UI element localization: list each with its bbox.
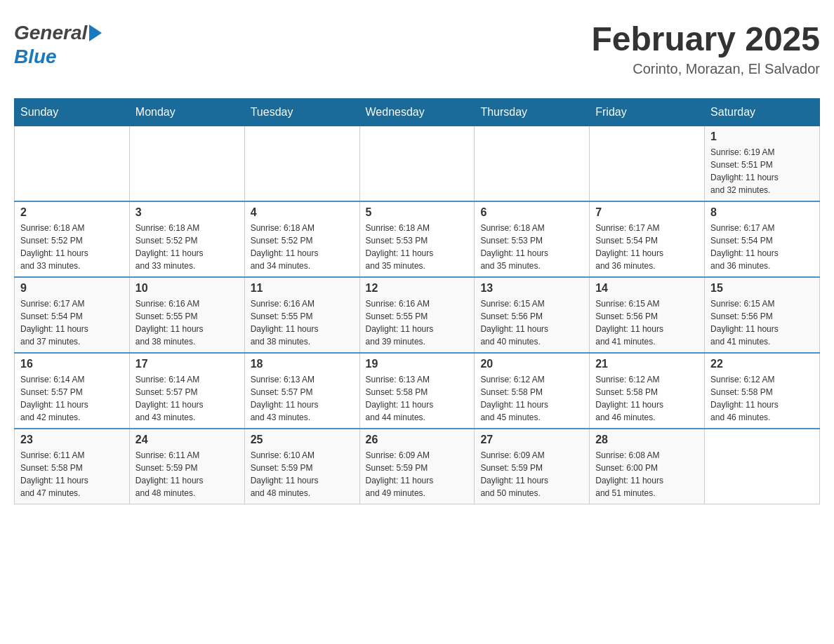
calendar-cell: 18Sunrise: 6:13 AMSunset: 5:57 PMDayligh… (244, 353, 359, 429)
calendar-cell: 20Sunrise: 6:12 AMSunset: 5:58 PMDayligh… (475, 353, 590, 429)
logo: General Blue (14, 21, 102, 68)
calendar-cell: 15Sunrise: 6:15 AMSunset: 5:56 PMDayligh… (705, 277, 820, 353)
calendar-week-row: 1Sunrise: 6:19 AMSunset: 5:51 PMDaylight… (15, 126, 820, 201)
header-thursday: Thursday (475, 98, 590, 126)
calendar-cell: 8Sunrise: 6:17 AMSunset: 5:54 PMDaylight… (705, 201, 820, 277)
day-info: Sunrise: 6:15 AMSunset: 5:56 PMDaylight:… (710, 297, 814, 348)
day-info: Sunrise: 6:11 AMSunset: 5:58 PMDaylight:… (20, 449, 124, 499)
day-info: Sunrise: 6:17 AMSunset: 5:54 PMDaylight:… (710, 222, 814, 272)
day-number: 3 (135, 206, 239, 219)
logo-triangle-icon (89, 25, 102, 41)
day-number: 9 (20, 282, 124, 295)
calendar-cell: 3Sunrise: 6:18 AMSunset: 5:52 PMDaylight… (129, 201, 244, 277)
day-number: 4 (251, 206, 354, 219)
day-number: 5 (366, 206, 469, 219)
calendar-cell (590, 126, 705, 201)
day-number: 7 (595, 206, 699, 219)
calendar-cell: 1Sunrise: 6:19 AMSunset: 5:51 PMDaylight… (705, 126, 820, 201)
calendar-table: SundayMondayTuesdayWednesdayThursdayFrid… (14, 98, 820, 504)
calendar-cell: 23Sunrise: 6:11 AMSunset: 5:58 PMDayligh… (15, 429, 130, 504)
header-friday: Friday (590, 98, 705, 126)
day-info: Sunrise: 6:09 AMSunset: 5:59 PMDaylight:… (480, 449, 583, 499)
day-info: Sunrise: 6:18 AMSunset: 5:52 PMDaylight:… (20, 222, 124, 272)
day-info: Sunrise: 6:18 AMSunset: 5:52 PMDaylight:… (135, 222, 239, 272)
calendar-cell (475, 126, 590, 201)
day-info: Sunrise: 6:18 AMSunset: 5:53 PMDaylight:… (480, 222, 583, 272)
calendar-cell: 10Sunrise: 6:16 AMSunset: 5:55 PMDayligh… (129, 277, 244, 353)
day-info: Sunrise: 6:13 AMSunset: 5:58 PMDaylight:… (366, 373, 469, 424)
logo-general: General (14, 21, 87, 45)
day-info: Sunrise: 6:16 AMSunset: 5:55 PMDaylight:… (366, 297, 469, 348)
calendar-cell: 16Sunrise: 6:14 AMSunset: 5:57 PMDayligh… (15, 353, 130, 429)
calendar-cell: 9Sunrise: 6:17 AMSunset: 5:54 PMDaylight… (15, 277, 130, 353)
calendar-cell (705, 429, 820, 504)
header-monday: Monday (129, 98, 244, 126)
calendar-cell: 26Sunrise: 6:09 AMSunset: 5:59 PMDayligh… (359, 429, 475, 504)
day-info: Sunrise: 6:16 AMSunset: 5:55 PMDaylight:… (251, 297, 354, 348)
calendar-cell: 22Sunrise: 6:12 AMSunset: 5:58 PMDayligh… (705, 353, 820, 429)
calendar-cell: 11Sunrise: 6:16 AMSunset: 5:55 PMDayligh… (244, 277, 359, 353)
page-header: General Blue February 2025 Corinto, Mora… (14, 14, 820, 84)
calendar-cell: 4Sunrise: 6:18 AMSunset: 5:52 PMDaylight… (244, 201, 359, 277)
day-info: Sunrise: 6:11 AMSunset: 5:59 PMDaylight:… (135, 449, 239, 499)
calendar-cell (15, 126, 130, 201)
day-number: 24 (135, 434, 239, 446)
day-number: 12 (366, 282, 469, 295)
calendar-cell: 7Sunrise: 6:17 AMSunset: 5:54 PMDaylight… (590, 201, 705, 277)
title-area: February 2025 Corinto, Morazan, El Salva… (591, 21, 820, 77)
calendar-week-row: 9Sunrise: 6:17 AMSunset: 5:54 PMDaylight… (15, 277, 820, 353)
calendar-cell (244, 126, 359, 201)
day-number: 10 (135, 282, 239, 295)
header-wednesday: Wednesday (359, 98, 475, 126)
calendar-cell: 5Sunrise: 6:18 AMSunset: 5:53 PMDaylight… (359, 201, 475, 277)
day-info: Sunrise: 6:12 AMSunset: 5:58 PMDaylight:… (480, 373, 583, 424)
calendar-cell: 19Sunrise: 6:13 AMSunset: 5:58 PMDayligh… (359, 353, 475, 429)
day-info: Sunrise: 6:18 AMSunset: 5:53 PMDaylight:… (366, 222, 469, 272)
day-info: Sunrise: 6:15 AMSunset: 5:56 PMDaylight:… (480, 297, 583, 348)
day-number: 14 (595, 282, 699, 295)
calendar-header-row: SundayMondayTuesdayWednesdayThursdayFrid… (15, 98, 820, 126)
day-number: 13 (480, 282, 583, 295)
day-number: 18 (251, 358, 354, 370)
calendar-cell: 24Sunrise: 6:11 AMSunset: 5:59 PMDayligh… (129, 429, 244, 504)
day-info: Sunrise: 6:14 AMSunset: 5:57 PMDaylight:… (20, 373, 124, 424)
calendar-cell: 21Sunrise: 6:12 AMSunset: 5:58 PMDayligh… (590, 353, 705, 429)
day-number: 27 (480, 434, 583, 446)
day-info: Sunrise: 6:15 AMSunset: 5:56 PMDaylight:… (595, 297, 699, 348)
logo-blue: Blue (14, 45, 57, 69)
calendar-cell: 28Sunrise: 6:08 AMSunset: 6:00 PMDayligh… (590, 429, 705, 504)
calendar-title: February 2025 (591, 21, 820, 58)
calendar-cell: 6Sunrise: 6:18 AMSunset: 5:53 PMDaylight… (475, 201, 590, 277)
day-info: Sunrise: 6:16 AMSunset: 5:55 PMDaylight:… (135, 297, 239, 348)
day-number: 16 (20, 358, 124, 370)
day-number: 21 (595, 358, 699, 370)
day-info: Sunrise: 6:14 AMSunset: 5:57 PMDaylight:… (135, 373, 239, 424)
calendar-cell (359, 126, 475, 201)
day-number: 8 (710, 206, 814, 219)
day-info: Sunrise: 6:09 AMSunset: 5:59 PMDaylight:… (366, 449, 469, 499)
day-info: Sunrise: 6:17 AMSunset: 5:54 PMDaylight:… (20, 297, 124, 348)
calendar-cell: 2Sunrise: 6:18 AMSunset: 5:52 PMDaylight… (15, 201, 130, 277)
day-number: 25 (251, 434, 354, 446)
day-number: 28 (595, 434, 699, 446)
day-info: Sunrise: 6:17 AMSunset: 5:54 PMDaylight:… (595, 222, 699, 272)
day-number: 17 (135, 358, 239, 370)
day-info: Sunrise: 6:12 AMSunset: 5:58 PMDaylight:… (595, 373, 699, 424)
day-number: 2 (20, 206, 124, 219)
day-number: 20 (480, 358, 583, 370)
day-number: 1 (710, 130, 814, 143)
calendar-cell: 25Sunrise: 6:10 AMSunset: 5:59 PMDayligh… (244, 429, 359, 504)
day-number: 22 (710, 358, 814, 370)
header-tuesday: Tuesday (244, 98, 359, 126)
day-number: 6 (480, 206, 583, 219)
calendar-cell: 14Sunrise: 6:15 AMSunset: 5:56 PMDayligh… (590, 277, 705, 353)
day-number: 15 (710, 282, 814, 295)
header-saturday: Saturday (705, 98, 820, 126)
calendar-cell: 27Sunrise: 6:09 AMSunset: 5:59 PMDayligh… (475, 429, 590, 504)
day-number: 23 (20, 434, 124, 446)
calendar-week-row: 23Sunrise: 6:11 AMSunset: 5:58 PMDayligh… (15, 429, 820, 504)
calendar-cell: 12Sunrise: 6:16 AMSunset: 5:55 PMDayligh… (359, 277, 475, 353)
day-info: Sunrise: 6:12 AMSunset: 5:58 PMDaylight:… (710, 373, 814, 424)
calendar-cell: 13Sunrise: 6:15 AMSunset: 5:56 PMDayligh… (475, 277, 590, 353)
calendar-subtitle: Corinto, Morazan, El Salvador (591, 61, 820, 77)
